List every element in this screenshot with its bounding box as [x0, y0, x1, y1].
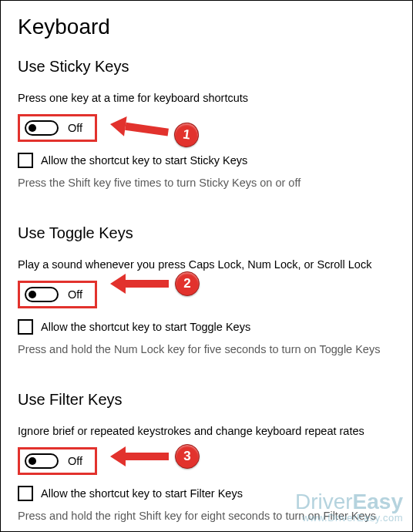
heading-sticky-keys: Use Sticky Keys	[18, 58, 395, 76]
toggle-switch-icon	[25, 120, 59, 136]
checkbox-sticky-shortcut[interactable]: Allow the shortcut key to start Sticky K…	[18, 153, 395, 168]
checkbox-toggle-label: Allow the shortcut key to start Toggle K…	[41, 321, 250, 333]
page-title: Keyboard	[18, 15, 395, 39]
hint-filter-keys: Press and hold the right Shift key for e…	[18, 509, 395, 524]
heading-filter-keys: Use Filter Keys	[18, 391, 395, 409]
toggle-toggle-state: Off	[68, 288, 82, 301]
section-toggle-keys: Use Toggle Keys Play a sound whenever yo…	[18, 224, 395, 357]
toggle-filter-keys[interactable]: Off	[18, 447, 97, 475]
hint-toggle-keys: Press and hold the Num Lock key for five…	[18, 342, 395, 358]
toggle-filter-state: Off	[68, 455, 82, 467]
hint-sticky-keys: Press the Shift key five times to turn S…	[18, 176, 395, 191]
heading-toggle-keys: Use Toggle Keys	[18, 224, 395, 242]
desc-sticky-keys: Press one key at a time for keyboard sho…	[18, 91, 395, 106]
section-sticky-keys: Use Sticky Keys Press one key at a time …	[18, 58, 395, 190]
checkbox-toggle-shortcut[interactable]: Allow the shortcut key to start Toggle K…	[18, 319, 395, 335]
checkbox-filter-shortcut[interactable]: Allow the shortcut key to start Filter K…	[18, 486, 395, 501]
checkbox-icon	[18, 319, 33, 335]
checkbox-sticky-label: Allow the shortcut key to start Sticky K…	[41, 154, 247, 167]
toggle-switch-icon	[25, 453, 59, 469]
checkbox-icon	[18, 153, 33, 168]
settings-page: Keyboard Use Sticky Keys Press one key a…	[1, 1, 412, 524]
toggle-toggle-keys[interactable]: Off	[18, 281, 97, 308]
desc-toggle-keys: Play a sound whenever you press Caps Loc…	[18, 258, 395, 273]
toggle-sticky-keys[interactable]: Off	[18, 114, 97, 142]
toggle-switch-icon	[25, 287, 59, 302]
checkbox-icon	[18, 486, 33, 501]
section-filter-keys: Use Filter Keys Ignore brief or repeated…	[18, 391, 395, 524]
desc-filter-keys: Ignore brief or repeated keystrokes and …	[18, 424, 395, 439]
toggle-sticky-state: Off	[68, 122, 82, 134]
checkbox-filter-label: Allow the shortcut key to start Filter K…	[41, 487, 243, 500]
